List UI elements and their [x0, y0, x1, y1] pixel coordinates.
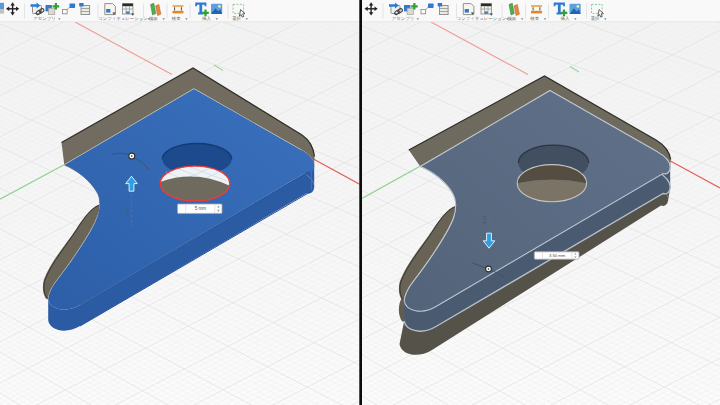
svg-text:5.00: 5.00: [125, 207, 130, 216]
svg-text:3.50: 3.50: [482, 215, 487, 224]
svg-text:5 mm: 5 mm: [195, 206, 207, 211]
svg-text:3.50 mm: 3.50 mm: [549, 253, 566, 258]
